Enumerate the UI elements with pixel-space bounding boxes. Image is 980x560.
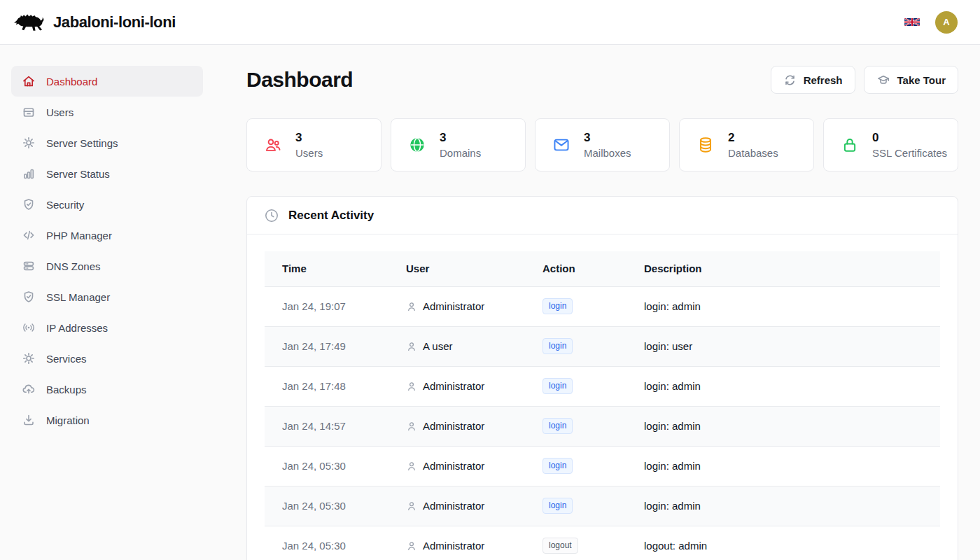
person-icon [406,341,417,352]
download-icon [22,413,36,427]
sidebar-item-label: IP Addresses [46,322,108,334]
action-badge: login [542,418,573,434]
person-icon [406,461,417,472]
time-cell: Jan 24, 17:48 [265,366,388,406]
sidebar-item-server-status[interactable]: Server Status [11,158,203,189]
shield-check-icon [22,290,36,304]
stat-label: Databases [728,147,778,159]
refresh-button-label: Refresh [804,74,843,86]
stat-value: 3 [584,131,631,145]
stat-value: 0 [872,131,947,145]
sidebar-item-label: Server Settings [46,137,118,149]
person-icon [406,421,417,432]
person-icon [406,500,417,512]
action-badge: login [542,298,573,314]
action-badge: login [542,498,573,514]
sidebar-item-users[interactable]: Users [11,97,203,127]
sidebar-item-services[interactable]: Services [11,343,203,374]
sidebar-item-php-manager[interactable]: PHP Manager [11,220,203,251]
uk-flag-icon[interactable] [904,17,920,27]
time-cell: Jan 24, 17:49 [265,326,388,366]
user-cell: A user [423,340,453,352]
sidebar-item-label: Security [46,199,84,211]
sidebar-item-security[interactable]: Security [11,189,203,220]
sidebar-item-label: Services [46,353,87,365]
user-cell: Administrator [423,380,484,392]
stat-card-mailboxes: 3 Mailboxes [535,118,670,172]
action-badge: login [542,338,573,354]
stat-value: 3 [295,131,323,145]
action-badge: login [542,458,573,474]
table-row: Jan 24, 05:30 Administrator logout logou… [265,526,940,560]
refresh-button[interactable]: Refresh [771,66,855,94]
take-tour-button[interactable]: Take Tour [864,66,958,94]
description-cell: login: admin [626,366,940,406]
stat-label: Users [295,147,323,159]
drawer-icon [22,105,36,119]
clock-icon [264,208,279,223]
sidebar-item-backups[interactable]: Backups [11,374,203,405]
person-icon [406,301,417,312]
time-cell: Jan 24, 05:30 [265,446,388,486]
user-cell: Administrator [423,500,484,512]
sidebar-item-dns-zones[interactable]: DNS Zones [11,251,203,281]
mail-icon [552,136,570,154]
broadcast-icon [22,321,36,335]
sidebar-item-dashboard[interactable]: Dashboard [11,66,203,97]
stat-value: 2 [728,131,778,145]
shield-check-icon [22,197,36,211]
stat-card-domains: 3 Domains [391,118,526,172]
topbar: Jabaloni-loni-loni A [0,0,980,45]
time-cell: Jan 24, 19:07 [265,286,388,326]
stat-label: SSL Certificates [872,147,947,159]
take-tour-button-label: Take Tour [897,74,946,86]
description-cell: login: admin [626,406,940,446]
sidebar-item-label: DNS Zones [46,260,101,272]
page-title: Dashboard [246,68,353,92]
table-header-row: Time User Action Description [265,251,940,286]
recent-activity-card: Recent Activity Time User Action Descrip… [246,196,958,560]
stat-card-users: 3 Users [246,118,382,172]
sidebar-item-label: Server Status [46,168,110,180]
home-icon [22,74,36,88]
bar-chart-icon [22,167,36,181]
sidebar-item-label: SSL Manager [46,291,110,303]
stat-label: Domains [440,147,481,159]
app-title: Jabaloni-loni-loni [53,13,176,31]
stat-cards: 3 Users 3 Domains [246,118,958,172]
stat-card-ssl-certificates: 0 SSL Certificates [823,118,958,172]
sidebar-item-ssl-manager[interactable]: SSL Manager [11,281,203,312]
description-cell: logout: admin [626,526,940,560]
sidebar-item-ip-addresses[interactable]: IP Addresses [11,312,203,343]
sidebar-item-label: PHP Manager [46,230,112,241]
stat-label: Mailboxes [584,147,631,159]
sidebar-item-label: Dashboard [46,76,97,88]
gear-icon [22,351,36,365]
user-cell: Administrator [423,300,484,312]
sidebar-item-server-settings[interactable]: Server Settings [11,127,203,158]
database-icon [696,136,715,154]
column-header-time: Time [265,251,388,286]
column-header-action: Action [525,251,626,286]
sidebar-item-label: Backups [46,384,87,396]
column-header-description: Description [626,251,940,286]
action-badge: logout [542,538,578,554]
description-cell: login: admin [626,446,940,486]
graduation-cap-icon [876,73,890,87]
user-cell: Administrator [423,420,484,432]
avatar[interactable]: A [935,11,958,34]
stat-value: 3 [440,131,481,145]
stat-card-databases: 2 Databases [679,118,814,172]
brand[interactable]: Jabaloni-loni-loni [11,10,176,35]
description-cell: login: admin [626,486,940,526]
recent-activity-title: Recent Activity [288,209,374,223]
server-stack-icon [22,259,36,273]
table-row: Jan 24, 05:30 Administrator login login:… [265,486,940,526]
table-row: Jan 24, 17:49 A user login login: user [265,326,940,366]
description-cell: login: admin [626,286,940,326]
sidebar-item-label: Migration [46,414,90,426]
person-icon [406,381,417,392]
table-row: Jan 24, 19:07 Administrator login login:… [265,286,940,326]
cloud-upload-icon [22,382,36,396]
sidebar-item-migration[interactable]: Migration [11,405,203,435]
